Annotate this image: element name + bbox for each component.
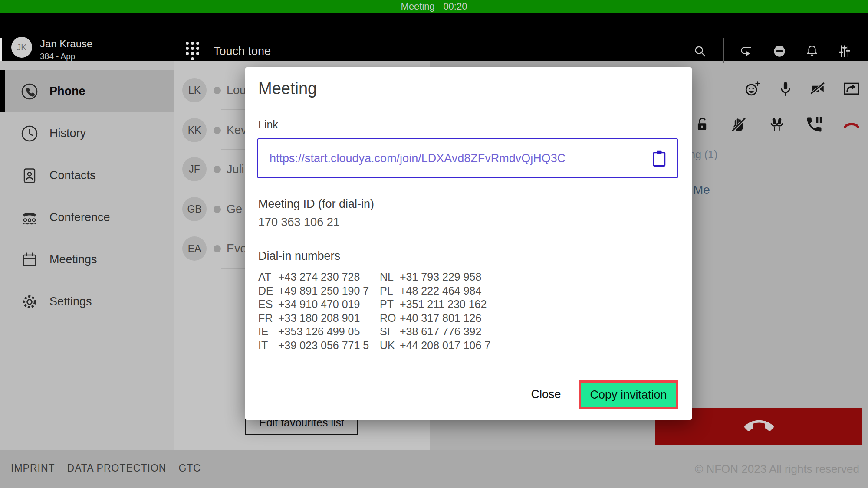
contact-name: Lou: [227, 84, 246, 97]
avatar[interactable]: JK: [11, 37, 32, 58]
footer-link-gtc[interactable]: GTC: [178, 462, 201, 474]
status-dot: [214, 127, 221, 134]
meeting-link-field[interactable]: https://start.cloudya.com/join/LDXAvd8ZF…: [257, 138, 678, 178]
status-dot: [214, 87, 221, 94]
copy-invitation-button[interactable]: Copy invitation: [579, 380, 678, 409]
search-icon[interactable]: [692, 43, 708, 59]
sidebar-item-contacts[interactable]: Contacts: [0, 154, 174, 197]
meeting-id-label: Meeting ID (for dial-in): [258, 197, 374, 211]
header: JK Jan Krause 384 - App Touch tone: [0, 13, 868, 61]
status-dot: [214, 245, 221, 252]
link-label: Link: [258, 118, 278, 131]
contact-name: Ge: [227, 203, 242, 216]
dialpad-icon[interactable]: [184, 42, 201, 62]
sidebar: Phone History Contacts Conference Meetin…: [0, 61, 174, 450]
copyright-text: © NFON 2023 All rights reserved: [695, 462, 859, 476]
contact-avatar: LK: [182, 78, 207, 102]
conference-icon: [20, 208, 39, 227]
mute-all-icon[interactable]: [767, 115, 786, 134]
sidebar-item-label: Phone: [49, 85, 85, 98]
contact-name: Kev: [227, 124, 247, 137]
participants-header: ng (1): [689, 148, 717, 161]
dial-in-label: Dial-in numbers: [258, 249, 340, 263]
sidebar-item-settings[interactable]: Settings: [0, 281, 174, 323]
call-timer-text: Meeting - 00:20: [0, 0, 868, 13]
history-icon: [20, 124, 39, 143]
add-reaction-icon[interactable]: [743, 79, 762, 98]
share-screen-icon[interactable]: [842, 79, 861, 98]
dial-in-row: DE+49 891 250 190 7: [258, 284, 369, 298]
contact-avatar: JF: [182, 157, 207, 181]
dial-in-column-1: AT+43 274 230 728 DE+49 891 250 190 7 ES…: [258, 270, 369, 352]
hangup-icon: [744, 412, 774, 441]
sidebar-item-label: Contacts: [49, 169, 96, 182]
dial-in-row: RO+40 317 801 126: [380, 311, 490, 325]
sidebar-item-label: History: [49, 127, 86, 140]
video-off-icon[interactable]: [808, 79, 827, 98]
call-forward-icon[interactable]: [738, 43, 754, 59]
contact-avatar: KK: [182, 118, 207, 142]
header-edge-marker: [0, 38, 2, 62]
dial-in-row: IE+353 126 499 05: [258, 325, 369, 339]
sidebar-item-label: Conference: [49, 211, 110, 224]
dial-in-column-2: NL+31 793 229 958 PL+48 222 464 984 PT+3…: [380, 270, 490, 352]
dial-in-row: SI+38 617 776 392: [380, 325, 490, 339]
footer-link-data-protection[interactable]: DATA PROTECTION: [67, 462, 167, 474]
status-dot: [214, 166, 221, 173]
dial-in-row: ES+34 910 470 019: [258, 298, 369, 311]
dial-in-row: UK+44 208 017 106 7: [380, 339, 490, 353]
dial-in-row: FR+33 180 208 901: [258, 311, 369, 325]
lock-open-icon[interactable]: [693, 115, 712, 134]
active-call-banner[interactable]: Meeting - 00:20: [0, 0, 868, 13]
sidebar-item-history[interactable]: History: [0, 112, 174, 154]
dial-in-row: NL+31 793 229 958: [380, 270, 490, 284]
meetings-icon: [20, 250, 39, 269]
sliders-icon[interactable]: [836, 43, 853, 59]
hangup-small-icon[interactable]: [842, 115, 861, 134]
modal-title: Meeting: [258, 79, 317, 98]
meeting-modal: Meeting Link https://start.cloudya.com/j…: [245, 67, 692, 420]
dial-in-row: AT+43 274 230 728: [258, 270, 369, 284]
sidebar-item-conference[interactable]: Conference: [0, 197, 174, 239]
hand-off-icon[interactable]: [729, 115, 748, 134]
hold-call-icon[interactable]: [805, 115, 824, 134]
header-divider-2: [723, 38, 724, 63]
phone-icon: [20, 82, 39, 101]
footer-links: IMPRINT DATA PROTECTION GTC: [11, 462, 201, 474]
user-extension: 384 - App: [40, 52, 75, 61]
clipboard-icon[interactable]: [651, 149, 667, 167]
sidebar-item-label: Meetings: [49, 253, 97, 266]
footer-link-imprint[interactable]: IMPRINT: [11, 462, 55, 474]
sidebar-item-label: Settings: [49, 295, 92, 308]
microphone-icon[interactable]: [776, 79, 795, 98]
contact-avatar: GB: [182, 197, 207, 221]
meeting-id-value: 170 363 106 21: [258, 216, 340, 229]
meeting-link-url[interactable]: https://start.cloudya.com/join/LDXAvd8ZF…: [270, 152, 651, 165]
contact-name: Juli: [227, 163, 244, 176]
settings-icon: [20, 292, 39, 311]
header-divider: [174, 36, 174, 62]
contact-name: Eve: [227, 242, 247, 255]
dial-in-row: IT+39 023 056 771 5: [258, 339, 369, 353]
sidebar-item-phone[interactable]: Phone: [0, 70, 174, 112]
contacts-icon: [20, 166, 39, 185]
close-button[interactable]: Close: [526, 385, 566, 404]
dial-in-row: PT+351 211 230 162: [380, 298, 490, 311]
dial-in-row: PL+48 222 464 984: [380, 284, 490, 298]
user-name: Jan Krause: [40, 38, 92, 50]
status-dot: [214, 206, 221, 213]
touch-tone-label[interactable]: Touch tone: [214, 45, 271, 58]
app-window: Meeting - 00:20 JK Jan Krause 384 - App …: [0, 0, 868, 488]
contact-avatar: EA: [182, 236, 207, 261]
do-not-disturb-icon[interactable]: [771, 43, 788, 59]
sidebar-item-meetings[interactable]: Meetings: [0, 239, 174, 281]
participant-me: Me: [693, 183, 710, 197]
bell-icon[interactable]: [804, 43, 820, 59]
